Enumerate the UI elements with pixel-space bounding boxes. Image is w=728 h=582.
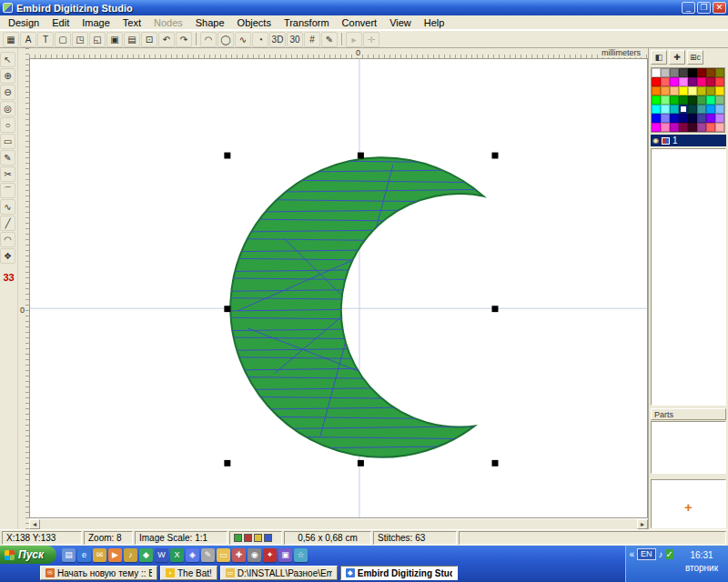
menu-item-convert[interactable]: Convert [336, 16, 384, 29]
add-color-button[interactable]: ✚ [669, 50, 685, 65]
zoom-in-button[interactable]: ⊕ [0, 68, 15, 84]
save-design-button[interactable]: ▣ [106, 32, 123, 47]
quicklaunch-music-player-icon[interactable]: ♪ [124, 548, 137, 562]
palette-swatch[interactable] [697, 105, 706, 114]
palette-swatch[interactable] [652, 123, 661, 132]
selection-handle[interactable] [358, 153, 364, 159]
volume-icon[interactable]: ♪ [659, 549, 663, 559]
palette-swatch[interactable] [661, 68, 670, 77]
palette-swatch[interactable] [670, 105, 679, 114]
palette-swatch[interactable] [688, 77, 697, 86]
palette-swatch[interactable] [679, 114, 688, 123]
ellipse-tool-button[interactable]: ○ [0, 117, 15, 133]
quicklaunch-folder-icon[interactable]: ▭ [217, 548, 230, 562]
palette-swatch[interactable] [688, 86, 697, 95]
node-tool-button[interactable]: ❖ [0, 248, 15, 264]
arc-tool-button[interactable]: ◠ [200, 32, 217, 47]
quicklaunch-show-desktop-icon[interactable]: ▤ [62, 548, 76, 562]
collapse-chevron-icon[interactable]: « [630, 549, 635, 559]
color-list-item[interactable]: ◉1 [651, 135, 726, 146]
undo-button[interactable]: ↶ [158, 32, 175, 47]
quicklaunch-browser-icon[interactable]: e [77, 548, 91, 562]
menu-item-help[interactable]: Help [418, 16, 451, 29]
close-button[interactable]: ✕ [713, 2, 726, 14]
palette-swatch[interactable] [679, 68, 688, 77]
palette-swatch[interactable] [670, 86, 679, 95]
quicklaunch-notepad-icon[interactable]: ✎ [201, 548, 215, 562]
menu-item-text[interactable]: Text [116, 16, 147, 29]
design-canvas[interactable] [29, 58, 648, 518]
menu-item-transform[interactable]: Transform [278, 16, 336, 29]
palette-swatch[interactable] [688, 114, 697, 123]
select-pointer-button[interactable]: ↖ [0, 52, 15, 67]
palette-swatch[interactable] [679, 86, 688, 95]
palette-swatch[interactable] [661, 95, 670, 105]
objects-list[interactable] [651, 148, 726, 406]
palette-swatch[interactable] [670, 114, 679, 123]
task-embird[interactable]: ◆Embird Digitizing Stud... [340, 566, 458, 580]
palette-swatch[interactable] [679, 123, 688, 132]
maximize-button[interactable]: ❐ [697, 2, 711, 14]
scroll-left-icon[interactable]: ◂ [29, 519, 40, 529]
palette-swatch[interactable] [706, 123, 715, 132]
palette-swatch[interactable] [688, 123, 697, 132]
task-explorer[interactable]: ▭D:\INSTALL\Разное\Embird [220, 566, 338, 580]
column-mode-button[interactable]: ⊞c [687, 50, 703, 65]
palette-swatch[interactable] [715, 105, 724, 114]
palette-swatch[interactable] [706, 77, 715, 86]
wave-tool-button[interactable]: ∿ [235, 32, 251, 47]
redo-button[interactable]: ↷ [176, 32, 192, 47]
selection-handle[interactable] [224, 153, 230, 159]
crescent-fill-object[interactable] [230, 157, 483, 457]
palette-swatch[interactable] [688, 95, 697, 105]
palette-swatch[interactable] [652, 105, 661, 114]
palette-swatch[interactable] [670, 77, 679, 86]
copy-design-button[interactable]: ⊡ [141, 32, 157, 47]
new-design-button[interactable]: ▢ [55, 32, 71, 47]
palette-swatch[interactable] [688, 68, 697, 77]
selection-handle[interactable] [492, 306, 499, 312]
menu-item-view[interactable]: View [383, 16, 418, 29]
grid-hash-button[interactable]: # [304, 32, 320, 47]
design-preview-pane[interactable]: + [651, 479, 726, 528]
antivirus-tray-icon[interactable]: ✓ [666, 549, 673, 559]
menu-item-image[interactable]: Image [76, 16, 116, 29]
palette-swatch[interactable] [706, 86, 715, 95]
palette-swatch[interactable] [661, 105, 670, 114]
view-3d-button[interactable]: 3D [269, 32, 286, 47]
menu-item-edit[interactable]: Edit [46, 16, 76, 29]
palette-swatch[interactable] [670, 95, 679, 105]
design-grid-button[interactable]: ▦ [3, 32, 19, 47]
selection-handle[interactable] [492, 460, 499, 467]
palette-swatch[interactable] [652, 114, 661, 123]
import-image-button[interactable]: ◱ [89, 32, 106, 47]
selection-handle[interactable] [224, 460, 230, 467]
palette-swatch[interactable] [661, 86, 670, 95]
start-button[interactable]: Пуск [0, 546, 56, 564]
grid-density-button[interactable]: 30 [287, 32, 303, 47]
palette-swatch[interactable] [688, 105, 697, 114]
palette-swatch[interactable] [652, 77, 661, 86]
pie-tool-button[interactable]: ◔ [252, 32, 268, 47]
palette-swatch[interactable] [697, 95, 706, 105]
palette-swatch[interactable] [679, 77, 688, 86]
palette-swatch[interactable] [661, 114, 670, 123]
magnifier-button[interactable]: ◎ [0, 101, 15, 116]
palette-swatch[interactable] [715, 114, 724, 123]
palette-swatch[interactable] [715, 68, 724, 77]
open-design-button[interactable]: ◳ [72, 32, 88, 47]
quicklaunch-photo-editor-icon[interactable]: ◈ [186, 548, 199, 562]
arc-tool-button[interactable]: ⌒ [0, 183, 15, 198]
quicklaunch-antivirus-icon[interactable]: ✦ [263, 548, 277, 562]
monogram-button[interactable]: T [37, 32, 54, 47]
print-design-button[interactable]: ▤ [124, 32, 140, 47]
quicklaunch-tweak-tool-icon[interactable]: ☆ [294, 548, 308, 562]
menu-item-objects[interactable]: Objects [231, 16, 278, 29]
lettering-button[interactable]: A [20, 32, 36, 47]
minimize-button[interactable]: _ [682, 2, 695, 14]
quicklaunch-cd-burner-icon[interactable]: ◉ [248, 548, 261, 562]
palette-swatch[interactable] [697, 77, 706, 86]
rectangle-tool-button[interactable]: ▭ [0, 134, 15, 149]
palette-swatch[interactable] [661, 77, 670, 86]
palette-swatch[interactable] [706, 68, 715, 77]
